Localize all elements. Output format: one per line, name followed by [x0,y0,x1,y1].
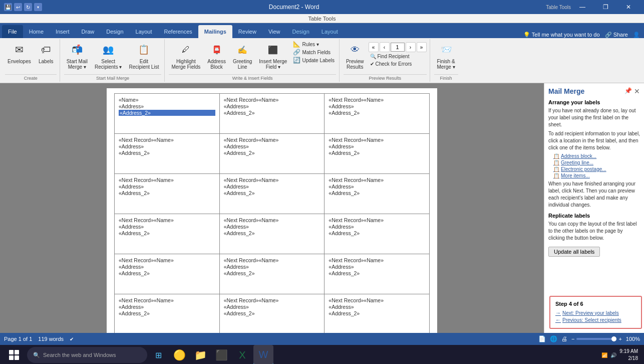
label-cell-1-2[interactable]: «Next Record»«Name» «Address» «Address_2… [325,134,430,174]
label-cell-1-1[interactable]: «Next Record»«Name» «Address» «Address_2… [219,134,325,174]
zoom-out-icon[interactable]: − [571,336,574,342]
view-normal-icon[interactable]: 📄 [538,335,546,342]
tab-view[interactable]: View [262,25,286,38]
file-explorer-icon[interactable]: 📁 [190,345,210,364]
ribbon-tabs: File Home Insert Draw Design Layout Refe… [0,23,644,38]
start-button[interactable] [2,346,26,364]
find-recipient-button[interactable]: 🔍 Find Recipient [369,53,427,60]
merge-address2-5-1: «Address_2» [224,310,320,316]
proofing-icon[interactable]: ✔ [70,336,74,342]
finish-items: 📨 Finish &Merge ▾ [434,40,457,74]
label-cell-5-2[interactable]: «Next Record»«Name» «Address» «Address_2… [325,294,430,333]
tab-layout-table[interactable]: Layout [315,25,344,38]
quick-access-more-icon[interactable]: ▾ [34,3,42,11]
finish-merge-button[interactable]: 📨 Finish &Merge ▾ [434,40,457,71]
share-label[interactable]: 🔗 Share [605,32,628,38]
excel-icon[interactable]: X [232,345,252,364]
label-cell-2-1[interactable]: «Next Record»«Name» «Address» «Address_2… [219,174,325,214]
merge-address2-1-0: «Address_2» [119,150,215,156]
label-cell-0-2[interactable]: «Next Record»«Name» «Address» «Address_2… [325,94,430,134]
terminal-icon[interactable]: ⬛ [211,345,231,364]
label-cell-2-0[interactable]: «Next Record»«Name» «Address» «Address_2… [115,174,220,214]
tab-insert[interactable]: Insert [50,25,76,38]
rules-button[interactable]: 📐 Rules ▾ [291,40,336,48]
nav-last-button[interactable]: » [417,42,427,52]
tab-design[interactable]: Design [100,25,129,38]
panel-title: Mail Merge [548,87,584,95]
panel-pin-icon[interactable]: 📌 [624,87,632,95]
greeting-line-link[interactable]: 📋 Greeting line... [553,160,640,165]
label-cell-5-0[interactable]: «Next Record»«Name» «Address» «Address_2… [115,294,220,333]
update-labels-button[interactable]: 🔄 Update Labels [291,56,336,64]
start-mail-merge-button[interactable]: 📬 Start MailMerge ▾ [64,40,90,71]
match-fields-button[interactable]: 🔗 Match Fields [291,48,336,56]
select-recipients-button[interactable]: 👥 SelectRecipients ▾ [92,40,124,71]
close-button[interactable]: ✕ [617,0,640,14]
view-web-icon[interactable]: 🌐 [550,335,557,342]
nav-page-input[interactable] [391,43,405,52]
taskbar-time[interactable]: 9:19 AM 2/18 [619,348,638,362]
taskbar-search-box[interactable]: 🔍 Search the web and Windows [27,347,147,363]
undo-icon[interactable]: ↩ [14,3,22,11]
edit-recipient-list-button[interactable]: 📋 EditRecipient List [126,40,161,71]
greeting-line-button[interactable]: ✍ GreetingLine [230,40,254,71]
search-placeholder: Search the web and Windows [43,352,116,358]
tab-draw[interactable]: Draw [76,25,101,38]
electronic-postage-link[interactable]: 📋 Electronic postage... [553,166,640,172]
redo-icon[interactable]: ↻ [24,3,32,11]
zoom-level[interactable]: 100% [626,336,640,342]
tab-references[interactable]: References [158,25,198,38]
zoom-slider[interactable] [576,338,616,340]
tab-design-table[interactable]: Design [286,25,315,38]
label-cell-0-0[interactable]: «Name» «Address» «Address_2» [115,94,220,134]
task-view-icon[interactable]: ⊞ [148,345,168,364]
volume-icon[interactable]: 🔊 [610,352,616,358]
tab-home[interactable]: Home [23,25,50,38]
labels-button[interactable]: 🏷 Labels [36,40,57,66]
nav-prev-button[interactable]: ‹ [380,42,390,52]
address-block-button[interactable]: 📮 AddressBlock [205,40,228,71]
nav-next-button[interactable]: › [406,42,416,52]
merge-name-1-2: «Next Record»«Name» [329,137,425,143]
insert-merge-field-button[interactable]: ⬛ Insert MergeField ▾ [256,40,289,71]
ribbon-content: ✉ Envelopes 🏷 Labels Create 📬 Start Mail… [0,38,644,83]
network-icon[interactable]: 📶 [601,352,607,358]
nav-first-button[interactable]: « [369,42,379,52]
zoom-in-icon[interactable]: + [618,336,621,342]
view-print-icon[interactable]: 🖨 [561,335,567,342]
label-cell-4-1[interactable]: «Next Record»«Name» «Address» «Address_2… [219,254,325,294]
preview-results-button[interactable]: 👁 PreviewResults [344,40,367,71]
user-icon[interactable]: 👤 [633,32,640,38]
more-items-link[interactable]: 📋 More items... [553,173,640,178]
update-all-labels-button[interactable]: Update all labels [548,247,600,257]
tab-layout[interactable]: Layout [130,25,158,38]
start-mail-merge-label: Start MailMerge ▾ [67,59,88,70]
panel-close-icon[interactable]: ✕ [634,87,640,95]
label-cell-3-1[interactable]: «Next Record»«Name» «Address» «Address_2… [219,214,325,254]
label-cell-4-0[interactable]: «Next Record»«Name» «Address» «Address_2… [115,254,220,294]
address-block-link[interactable]: 📋 Address block... [553,153,640,159]
next-step-link[interactable]: → Next: Preview your labels [555,310,636,316]
label-cell-3-0[interactable]: «Next Record»«Name» «Address» «Address_2… [115,214,220,254]
restore-button[interactable]: ❐ [594,0,617,14]
label-cell-3-2[interactable]: «Next Record»«Name» «Address» «Address_2… [325,214,430,254]
merge-name-0-1: «Next Record»«Name» [224,97,320,103]
save-icon[interactable]: 💾 [4,3,12,11]
minimize-button[interactable]: — [571,0,594,14]
prev-step-link[interactable]: ← Previous: Select recipients [555,317,636,323]
label-cell-4-2[interactable]: «Next Record»«Name» «Address» «Address_2… [325,254,430,294]
tab-mailings[interactable]: Mailings [198,25,232,38]
check-errors-button[interactable]: ✔ Check for Errors [369,61,427,67]
tell-me-area[interactable]: 💡 Tell me what you want to do [523,32,600,38]
label-cell-5-1[interactable]: «Next Record»«Name» «Address» «Address_2… [219,294,325,333]
label-cell-0-1[interactable]: «Next Record»«Name» «Address» «Address_2… [219,94,325,134]
word-icon[interactable]: W [253,345,273,364]
label-cell-2-2[interactable]: «Next Record»«Name» «Address» «Address_2… [325,174,430,214]
highlight-merge-fields-button[interactable]: 🖊 HighlightMerge Fields [169,40,203,71]
label-cell-1-0[interactable]: «Next Record»«Name» «Address» «Address_2… [115,134,220,174]
tab-file[interactable]: File [2,25,23,38]
chrome-icon[interactable]: 🟡 [169,345,189,364]
preview-results-label: PreviewResults [346,59,364,70]
envelopes-button[interactable]: ✉ Envelopes [5,40,34,66]
tab-review[interactable]: Review [232,25,262,38]
